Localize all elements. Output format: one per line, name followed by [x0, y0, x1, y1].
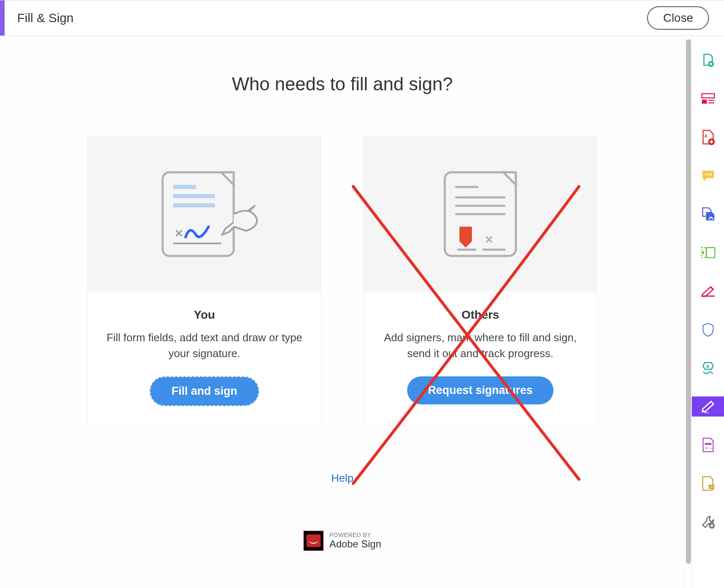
sign-document-icon: ✕: [150, 164, 259, 264]
stamp-icon[interactable]: A: [692, 358, 724, 378]
svg-rect-24: [706, 248, 715, 258]
svg-text:✕: ✕: [174, 227, 184, 240]
header-bar: Fill & Sign Close: [0, 0, 724, 36]
header-left: Fill & Sign: [0, 0, 74, 36]
accent-bar: [0, 0, 5, 36]
protect-icon[interactable]: [692, 320, 724, 340]
card-others-content: Others Add signers, mark where to fill a…: [364, 291, 597, 424]
card-you-content: You Fill form fields, add text and draw …: [88, 291, 321, 425]
fill-and-sign-button[interactable]: Fill and sign: [150, 376, 259, 406]
svg-point-21: [705, 174, 707, 175]
card-you[interactable]: ✕ You Fill form fields, add text and dra…: [87, 136, 321, 426]
svg-rect-16: [702, 100, 707, 104]
svg-point-32: [711, 486, 712, 488]
comment-icon[interactable]: [692, 166, 724, 186]
main-content: Who needs to fill and sign? ✕: [0, 36, 685, 588]
fill-sign-icon[interactable]: [692, 396, 724, 417]
card-you-title: You: [100, 308, 308, 322]
compress-icon[interactable]: [692, 243, 724, 263]
request-document-icon: ✕: [434, 164, 526, 264]
card-others-illustration: ✕: [364, 137, 597, 291]
card-you-desc: Fill form fields, add text and draw or t…: [100, 330, 308, 361]
svg-rect-2: [173, 194, 215, 198]
adobe-sign-badge-icon: [303, 531, 324, 551]
powered-brand: Adobe Sign: [329, 539, 381, 550]
card-you-illustration: ✕: [88, 137, 321, 291]
svg-rect-1: [173, 185, 196, 189]
scrollbar[interactable]: [685, 36, 691, 588]
svg-point-31: [709, 486, 711, 488]
header-title: Fill & Sign: [17, 11, 74, 25]
svg-rect-15: [702, 94, 714, 98]
create-pdf-icon[interactable]: A: [692, 127, 724, 147]
svg-point-33: [712, 486, 714, 488]
svg-text:✕: ✕: [484, 233, 494, 246]
svg-text:A: A: [704, 134, 707, 138]
send-for-comments-icon[interactable]: [692, 473, 724, 493]
cards-row: ✕ You Fill form fields, add text and dra…: [0, 136, 685, 426]
svg-point-22: [708, 174, 709, 175]
edit-icon[interactable]: [692, 281, 724, 301]
card-others-title: Others: [376, 308, 584, 322]
tools-sidebar: A A: [691, 36, 724, 588]
more-tools-icon[interactable]: [692, 512, 724, 532]
card-others-desc: Add signers, mark where to fill and sign…: [376, 330, 584, 361]
organize-icon[interactable]: [692, 89, 724, 109]
powered-by: POWERED BY Adobe Sign: [0, 531, 685, 551]
help-link[interactable]: Help: [0, 472, 685, 485]
close-button[interactable]: Close: [647, 6, 709, 30]
combine-icon[interactable]: [692, 204, 724, 224]
redact-icon[interactable]: ✕ —: [692, 435, 724, 455]
powered-text: POWERED BY Adobe Sign: [329, 532, 381, 550]
card-others[interactable]: ✕ Others Add signers, mark where to fill…: [363, 136, 597, 426]
svg-rect-3: [173, 203, 215, 207]
export-pdf-icon[interactable]: [692, 50, 724, 70]
request-signatures-button[interactable]: Request signatures: [407, 376, 554, 404]
svg-point-23: [710, 174, 712, 175]
svg-text:✕ —: ✕ —: [705, 446, 714, 450]
svg-text:A: A: [706, 364, 709, 369]
powered-label: POWERED BY: [329, 532, 381, 538]
svg-rect-28: [705, 443, 711, 445]
page-title: Who needs to fill and sign?: [0, 74, 685, 95]
scrollbar-thumb[interactable]: [686, 39, 691, 564]
